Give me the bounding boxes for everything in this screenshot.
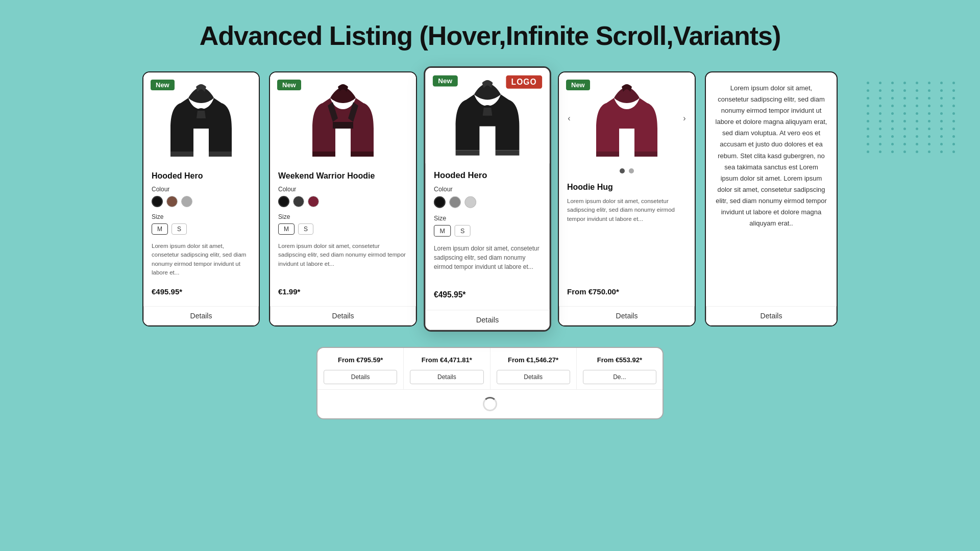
card1-sizes: M S (152, 223, 251, 235)
card1-body: Hooded Hero Colour Size M S Lorem ipsum … (143, 164, 259, 306)
size-s3[interactable]: S (455, 225, 471, 237)
card4-desc: Lorem ipsum dolor sit amet, consetetur s… (567, 197, 687, 280)
product-card-2: New Weekend Warrior Hoodie Colour (269, 71, 417, 327)
card4-image-wrapper: New ‹ › (559, 72, 695, 176)
product-card-5: Lorem ipsum dolor sit amet, consetetur s… (705, 71, 838, 327)
swatch-grey3[interactable] (449, 196, 461, 208)
swatch-light3[interactable] (464, 196, 476, 208)
dot-1[interactable] (620, 168, 625, 173)
card2-price: €1.99* (278, 287, 408, 296)
swatch-black3[interactable] (434, 196, 446, 208)
card1-size-label: Size (152, 213, 251, 220)
bottom-price-3: From €1,546.27* (508, 356, 558, 364)
bottom-area-wrapper: From €795.59* Details From €4,471.81* De… (0, 342, 980, 419)
bottom-details-btn-1[interactable]: Details (324, 370, 397, 384)
card2-image-wrapper: New (270, 72, 416, 164)
swatch-black[interactable] (152, 196, 163, 207)
card2-title: Weekend Warrior Hoodie (278, 171, 408, 181)
loading-spinner-row (317, 390, 663, 418)
product-card-4: New ‹ › Hoodie Hug Lorem ipsum dolor sit… (558, 71, 696, 327)
carousel-prev-btn[interactable]: ‹ (562, 111, 576, 126)
card2-size-label: Size (278, 213, 408, 220)
card1-details-btn[interactable]: Details (143, 306, 259, 325)
size-m2[interactable]: M (278, 223, 295, 235)
bottom-card-3: From €1,546.27* Details (491, 348, 577, 389)
card4-body: Hoodie Hug Lorem ipsum dolor sit amet, c… (559, 176, 695, 306)
card3-sizes: M S (434, 225, 541, 237)
size-s2[interactable]: S (298, 223, 313, 235)
swatch-maroon[interactable] (308, 196, 319, 207)
swatch-brown[interactable] (166, 196, 178, 207)
loading-spinner (483, 397, 497, 411)
bottom-card-1: From €795.59* Details (317, 348, 404, 389)
card4-badge: New (566, 80, 590, 90)
card3-badge: New (433, 76, 458, 87)
card4-hoodie-svg (594, 78, 660, 159)
bottom-details-btn-3[interactable]: Details (497, 370, 570, 384)
card2-badge: New (277, 80, 301, 90)
card3-price: €495.95* (434, 290, 541, 299)
card4-title: Hoodie Hug (567, 183, 687, 192)
card2-details-btn[interactable]: Details (270, 306, 416, 325)
card3-desc: Lorem ipsum dolor sit amet, consetetur s… (434, 244, 541, 283)
product-cards-row: New Hooded Hero Colour (0, 66, 980, 337)
card2-colour-label: Colour (278, 186, 408, 193)
card1-colour-label: Colour (152, 186, 251, 193)
size-s[interactable]: S (172, 223, 187, 235)
card1-title: Hooded Hero (152, 171, 251, 181)
card1-hoodie-svg (168, 78, 234, 159)
card5-details-btn[interactable]: Details (706, 306, 837, 325)
carousel-dots (559, 164, 695, 176)
card4-price: From €750.00* (567, 287, 687, 296)
bottom-card-2: From €4,471.81* Details (404, 348, 490, 389)
bottom-price-2: From €4,471.81* (422, 356, 472, 364)
card3-details-btn[interactable]: Details (425, 310, 549, 330)
page-title: Advanced Listing (Hover,Infinite Scroll,… (0, 0, 980, 66)
bottom-card-4: From €553.92* De... (577, 348, 663, 389)
carousel-next-btn[interactable]: › (677, 111, 692, 126)
bottom-details-btn-2[interactable]: Details (410, 370, 483, 384)
card5-body: Lorem ipsum dolor sit amet, consetetur s… (706, 72, 837, 306)
swatch-black2[interactable] (278, 196, 289, 207)
bottom-price-4: From €553.92* (597, 356, 642, 364)
card3-logo: LOGO (506, 76, 542, 89)
card2-sizes: M S (278, 223, 408, 235)
size-m[interactable]: M (152, 223, 168, 235)
card5-desc: Lorem ipsum dolor sit amet, consetetur s… (715, 83, 827, 301)
card1-badge: New (151, 80, 175, 90)
infinite-scroll-container: From €795.59* Details From €4,471.81* De… (316, 347, 664, 419)
card3-swatches (434, 196, 541, 208)
dot-pattern-decoration: (function(){ var dp = document.querySele… (867, 82, 960, 153)
bottom-price-1: From €795.59* (338, 356, 383, 364)
card1-swatches (152, 196, 251, 207)
swatch-dark[interactable] (293, 196, 304, 207)
bottom-details-btn-4[interactable]: De... (583, 370, 656, 384)
product-card-1: New Hooded Hero Colour (142, 71, 260, 327)
product-card-3: New LOGO Hooded Hero Colour (424, 66, 551, 332)
bottom-cards-row: From €795.59* Details From €4,471.81* De… (317, 348, 663, 390)
dot-2[interactable] (629, 168, 634, 173)
card1-desc: Lorem ipsum dolor sit amet, consetetur s… (152, 242, 251, 280)
card2-swatches (278, 196, 408, 207)
card2-body: Weekend Warrior Hoodie Colour Size M S L… (270, 164, 416, 306)
size-m3[interactable]: M (434, 225, 451, 237)
swatch-grey[interactable] (181, 196, 192, 207)
card3-body: Hooded Hero Colour Size M S Lorem ipsum … (425, 163, 549, 310)
card3-title: Hooded Hero (434, 171, 541, 181)
card3-size-label: Size (434, 214, 541, 222)
card4-details-btn[interactable]: Details (559, 306, 695, 325)
card1-image-wrapper: New (143, 72, 259, 164)
card1-price: €495.95* (152, 287, 251, 296)
card3-image-wrapper: New LOGO (425, 68, 549, 163)
card2-desc: Lorem ipsum dolor sit amet, consetetur s… (278, 242, 408, 280)
card2-hoodie-svg (310, 78, 376, 159)
card3-colour-label: Colour (434, 186, 541, 193)
